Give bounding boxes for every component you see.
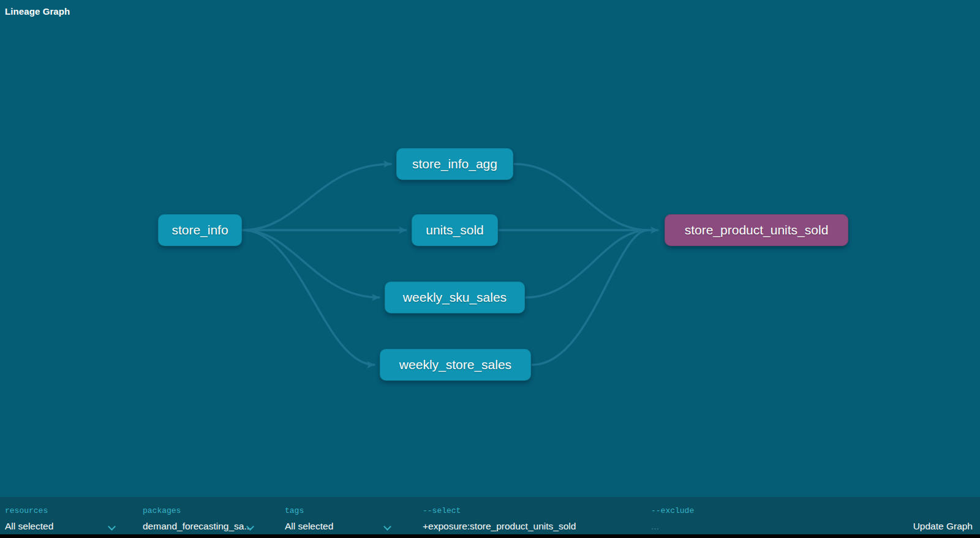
node-store_info_agg[interactable]: store_info_agg xyxy=(396,148,513,180)
edge-weekly_sku_sales-to-store_product_units_sold xyxy=(526,230,648,297)
lineage-graph-canvas[interactable]: Lineage Graph store_info store_info_agg … xyxy=(0,0,980,538)
bottom-edge-strip xyxy=(0,534,980,538)
select-filter-field[interactable]: --select +exposure:store_product_units_s… xyxy=(423,497,643,534)
tags-value[interactable]: All selected xyxy=(285,521,333,532)
chevron-down-icon[interactable] xyxy=(383,523,391,531)
exclude-filter-field[interactable]: --exclude ... xyxy=(651,497,786,534)
packages-value[interactable]: demand_forecasting_sa... xyxy=(143,521,252,532)
chevron-down-icon[interactable] xyxy=(108,523,116,531)
resources-value[interactable]: All selected xyxy=(5,521,53,532)
node-weekly_store_sales[interactable]: weekly_store_sales xyxy=(380,349,531,381)
packages-label: packages xyxy=(143,506,181,515)
node-units_sold[interactable]: units_sold xyxy=(412,214,498,246)
select-label: --select xyxy=(423,506,461,515)
edge-store_info-to-weekly_store_sales xyxy=(243,230,374,365)
resources-label: resources xyxy=(5,506,48,515)
lineage-edges-layer xyxy=(0,0,980,538)
filter-toolbar: resources All selected packages demand_f… xyxy=(0,497,980,534)
edge-store_info-to-store_info_agg xyxy=(243,164,391,230)
update-graph-button[interactable]: Update Graph xyxy=(913,521,973,532)
edge-store_info_agg-to-store_product_units_sold xyxy=(514,164,648,230)
tags-label: tags xyxy=(285,506,304,515)
exclude-label: --exclude xyxy=(651,506,694,515)
edge-weekly_store_sales-to-store_product_units_sold xyxy=(532,230,648,365)
resources-dropdown[interactable]: resources All selected xyxy=(5,497,140,534)
node-weekly_sku_sales[interactable]: weekly_sku_sales xyxy=(385,282,525,313)
node-store_info[interactable]: store_info xyxy=(158,214,242,246)
exclude-input-value[interactable]: ... xyxy=(651,521,659,532)
tags-dropdown[interactable]: tags All selected xyxy=(285,497,420,534)
edge-store_info-to-weekly_sku_sales xyxy=(243,230,379,297)
node-store_product_units_sold[interactable]: store_product_units_sold xyxy=(665,214,848,246)
select-input-value[interactable]: +exposure:store_product_units_sold xyxy=(423,521,576,532)
packages-dropdown[interactable]: packages demand_forecasting_sa... xyxy=(143,497,277,534)
